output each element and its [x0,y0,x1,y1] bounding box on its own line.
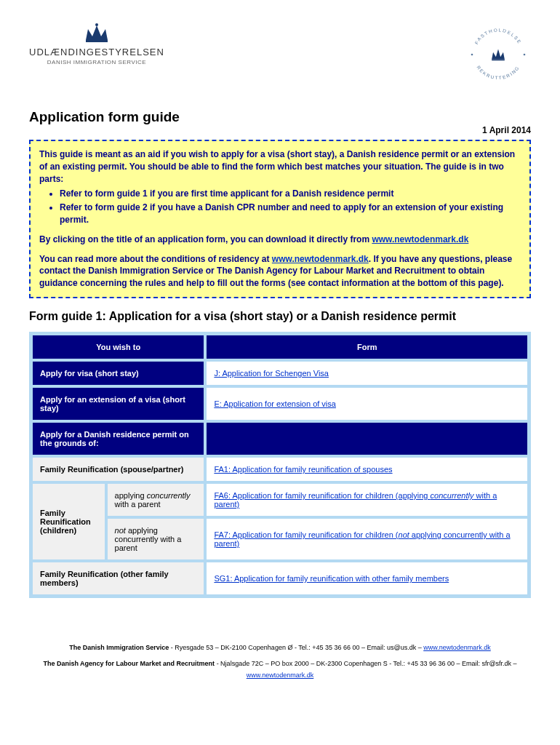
right-logo: FASTHOLDELSE REKRUTTERING [465,22,531,87]
table-row: Apply for an extension of a visa (short … [31,386,529,421]
row-form-cell: FA7: Application for family reunificatio… [205,517,529,561]
row-label: Family Reunification (spouse/partner) [31,456,205,482]
form-link-j[interactable]: J: Application for Schengen Visa [214,369,329,378]
intro-box: This guide is meant as an aid if you wis… [29,140,531,298]
row-form-cell: E: Application for extension of visa [205,386,529,421]
table-row: Family Reunification (spouse/partner) FA… [31,456,529,482]
intro-paragraph-2: By clicking on the title of an applicati… [39,234,521,246]
svg-point-0 [95,23,98,26]
circular-seal-icon: FASTHOLDELSE REKRUTTERING [465,22,531,87]
form-guide-table: You wish to Form Apply for visa (short s… [29,332,531,598]
table-header-left: You wish to [31,334,205,360]
row-form-cell: FA1: Application for family reunificatio… [205,456,529,482]
form-link-e[interactable]: E: Application for extension of visa [214,399,336,408]
form-link-sg1[interactable]: SG1: Application for family reunificatio… [214,574,449,583]
row-label: Apply for visa (short stay) [31,360,205,386]
svg-text:FASTHOLDELSE: FASTHOLDELSE [473,27,523,45]
title-row: Application form guide [29,109,531,125]
intro-paragraph-3: You can read more about the conditions o… [39,253,521,290]
intro-bullet-2: Refer to form guide 2 if you have a Dani… [60,202,521,226]
table-row: not applying concurrently with a parent … [31,517,529,561]
row-sub-condition: applying concurrently with a parent [106,482,206,517]
svg-point-6 [524,54,526,56]
document-footer: The Danish Immigration Service - Ryesgad… [29,642,531,682]
form-link-fa6[interactable]: FA6: Application for family reunificatio… [214,491,497,509]
footer-link-2[interactable]: www.newtodenmark.dk [247,672,314,679]
logo-text-primary: UDLÆNDINGESTYRELSEN [29,47,164,57]
row-label: Apply for an extension of a visa (short … [31,386,205,421]
intro-link-2[interactable]: www.newtodenmark.dk [272,254,369,264]
left-logo: UDLÆNDINGESTYRELSEN DANISH IMMIGRATION S… [29,22,164,65]
crown-icon [82,22,111,44]
svg-rect-4 [492,59,505,60]
svg-point-5 [471,54,473,56]
row-form-cell: J: Application for Schengen Visa [205,360,529,386]
svg-rect-1 [86,40,108,42]
footer-line-1: The Danish Immigration Service - Ryesgad… [29,642,531,653]
table-row: Family Reunification (children) applying… [31,482,529,517]
intro-paragraph-1: This guide is meant as an aid if you wis… [39,148,521,185]
table-row: Apply for a Danish residence permit on t… [31,421,529,456]
document-header: UDLÆNDINGESTYRELSEN DANISH IMMIGRATION S… [29,22,531,87]
row-form-cell: FA6: Application for family reunificatio… [205,482,529,517]
document-date: 1 April 2014 [482,125,531,135]
intro-bullet-1: Refer to form guide 1 if you are first t… [60,188,521,200]
row-label: Family Reunification (other family membe… [31,561,205,596]
form-link-fa7[interactable]: FA7: Application for family reunificatio… [214,530,510,548]
intro-bullets: Refer to form guide 1 if you are first t… [60,188,521,226]
row-form-cell-empty [205,421,529,456]
svg-text:REKRUTTERING: REKRUTTERING [476,65,520,81]
page-title: Application form guide [29,109,180,125]
row-form-cell: SG1: Application for family reunificatio… [205,561,529,596]
footer-link-1[interactable]: www.newtodenmark.dk [423,644,491,651]
row-group-label: Family Reunification (children) [31,482,106,561]
logo-text-secondary: DANISH IMMIGRATION SERVICE [47,59,146,65]
table-row: Family Reunification (other family membe… [31,561,529,596]
section-title: Form guide 1: Application for a visa (sh… [29,310,531,323]
form-link-fa1[interactable]: FA1: Application for family reunificatio… [214,465,392,474]
footer-line-2: The Danish Agency for Labour Market and … [29,658,531,681]
table-header-right: Form [205,334,529,360]
row-sub-condition: not applying concurrently with a parent [106,517,206,561]
table-row: Apply for visa (short stay) J: Applicati… [31,360,529,386]
intro-link-1[interactable]: www.newtodenmark.dk [372,234,468,244]
row-label: Apply for a Danish residence permit on t… [31,421,205,456]
